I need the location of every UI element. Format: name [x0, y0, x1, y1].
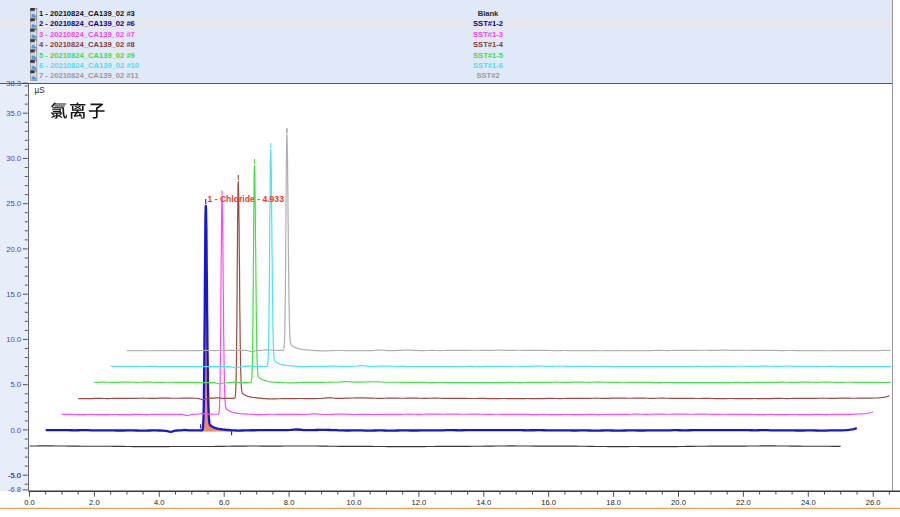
svg-text:10.0: 10.0: [347, 498, 362, 507]
svg-text:6 - 20210824_CA139_02 #10: 6 - 20210824_CA139_02 #10: [39, 61, 139, 70]
svg-text:7 - 20210824_CA139_02 #11: 7 - 20210824_CA139_02 #11: [39, 71, 139, 80]
svg-text:10.0: 10.0: [6, 335, 21, 344]
svg-text:-5.0: -5.0: [8, 471, 21, 480]
svg-text:25.0: 25.0: [6, 199, 21, 208]
svg-text:24.0: 24.0: [801, 498, 816, 507]
svg-text:SST#1-2: SST#1-2: [473, 19, 503, 28]
svg-text:SST#1-3: SST#1-3: [473, 30, 503, 39]
svg-text:8.0: 8.0: [284, 498, 295, 507]
svg-text:-6.8: -6.8: [8, 485, 21, 494]
svg-text:0.0: 0.0: [24, 498, 35, 507]
svg-text:16.0: 16.0: [541, 498, 556, 507]
svg-text:1 - Chloride - 4.933: 1 - Chloride - 4.933: [208, 194, 285, 204]
svg-text:SST#1-6: SST#1-6: [473, 61, 503, 70]
svg-text:4.0: 4.0: [154, 498, 165, 507]
svg-text:35.0: 35.0: [6, 109, 21, 118]
svg-text:5.0: 5.0: [10, 380, 21, 389]
svg-text:1 - 20210824_CA139_02 #3: 1 - 20210824_CA139_02 #3: [39, 9, 135, 18]
svg-text:2 - 20210824_CA139_02 #6: 2 - 20210824_CA139_02 #6: [39, 19, 135, 28]
svg-text:26.0: 26.0: [866, 498, 881, 507]
svg-text:18.0: 18.0: [606, 498, 621, 507]
svg-text:5 - 20210824_CA139_02 #9: 5 - 20210824_CA139_02 #9: [39, 51, 135, 60]
svg-text:0.0: 0.0: [10, 426, 21, 435]
svg-text:15.0: 15.0: [6, 290, 21, 299]
svg-text:20.0: 20.0: [6, 245, 21, 254]
svg-text:38.3: 38.3: [6, 79, 21, 88]
svg-text:20.0: 20.0: [671, 498, 686, 507]
svg-text:µS: µS: [35, 86, 46, 95]
svg-text:SST#1-4: SST#1-4: [473, 40, 504, 49]
svg-text:12.0: 12.0: [412, 498, 427, 507]
svg-text:2.0: 2.0: [89, 498, 100, 507]
svg-text:3 - 20210824_CA139_02 #7: 3 - 20210824_CA139_02 #7: [39, 30, 135, 39]
svg-text:14.0: 14.0: [476, 498, 491, 507]
svg-text:4 - 20210824_CA139_02 #8: 4 - 20210824_CA139_02 #8: [39, 40, 135, 49]
svg-text:6.0: 6.0: [219, 498, 230, 507]
svg-text:22.0: 22.0: [736, 498, 751, 507]
svg-text:SST#2: SST#2: [476, 71, 499, 80]
svg-text:Blank: Blank: [478, 9, 499, 18]
svg-text:SST#1-5: SST#1-5: [473, 51, 504, 60]
svg-text:30.0: 30.0: [6, 154, 21, 163]
